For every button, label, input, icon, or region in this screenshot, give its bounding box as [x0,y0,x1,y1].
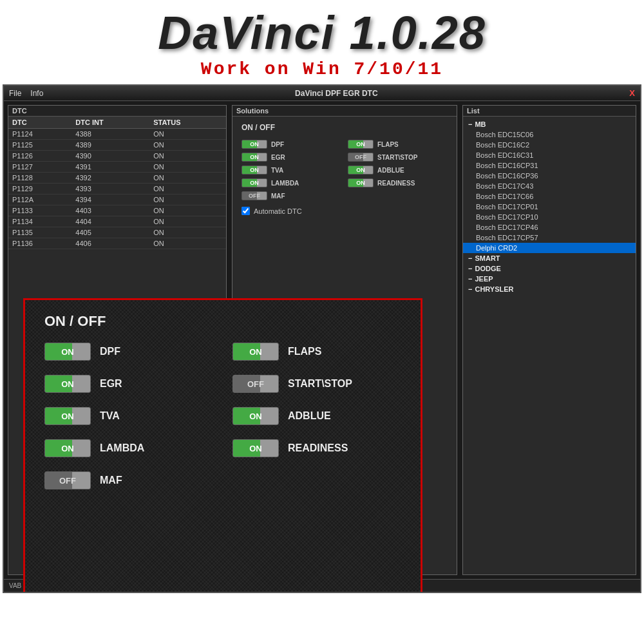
overlay-toggle-maf[interactable]: OFF [44,471,91,489]
table-row[interactable]: P112A4394ON [8,194,226,205]
label-dpf: DPF [271,141,284,148]
overlay-row-readiness: ONREADINESS [232,439,401,457]
overlay-row-egr: ONEGR [44,375,213,393]
overlay-toggle-egr[interactable]: ON [44,375,91,393]
overlay-header: ON / OFF [44,313,401,330]
col-dtc: DTC [8,117,71,129]
toggle-row: ONDPF [242,140,341,149]
overlay-row-adblue: ONADBLUE [232,407,401,425]
menu-bar: File Info [9,89,43,98]
list-item[interactable]: Bosch EDC16CP36 [463,171,636,181]
list-item[interactable]: Bosch EDC17CP01 [463,202,636,212]
list-item[interactable]: Bosch EDC17C66 [463,191,636,202]
toggle-readiness[interactable]: ON [348,178,374,187]
overlay-toggle-readiness[interactable]: ON [232,439,279,457]
overlay-label-lambda: LAMBDA [100,442,171,454]
toggle-maf[interactable]: OFF [242,191,267,200]
table-row[interactable]: P11354405ON [8,227,226,238]
list-item[interactable]: Delphi CRD2 [463,243,636,253]
label-adblue: ADBLUE [377,167,404,174]
list-item[interactable]: Bosch EDC16C2 [463,140,636,150]
table-row[interactable]: P11344404ON [8,216,226,227]
overlay-toggle-adblue[interactable]: ON [232,407,279,425]
overlay-label-adblue: ADBLUE [288,410,359,422]
toggle-start\stop[interactable]: OFF [348,153,374,162]
table-row[interactable]: P11264390ON [8,151,226,162]
auto-dtc-checkbox[interactable] [242,207,250,215]
label-tva: TVA [271,167,283,174]
menu-info[interactable]: Info [30,89,43,98]
overlay-toggle-flaps[interactable]: ON [232,343,279,361]
solutions-header: ON / OFF [242,123,448,135]
label-egr: EGR [271,154,285,161]
list-item[interactable]: Bosch EDC17CP10 [463,212,636,222]
table-row[interactable]: P11284392ON [8,173,226,184]
label-start\stop: START\STOP [377,154,417,161]
label-readiness: READINESS [377,180,415,187]
overlay-row-maf: OFFMAF [44,471,213,489]
label-flaps: FLAPS [377,141,399,148]
list-item[interactable]: Bosch EDC15C06 [463,129,636,140]
overlay-row-lambda: ONLAMBDA [44,439,213,457]
overlay-label-dpf: DPF [100,346,171,357]
auto-dtc-row: Automatic DTC [242,207,448,215]
table-row[interactable]: P11334403ON [8,205,226,216]
overlay-label-egr: EGR [100,378,171,390]
overlay-toggle-dpf[interactable]: ON [44,343,91,361]
overlay-toggle-tva[interactable]: ON [44,407,91,425]
tree-group[interactable]: − DODGE [463,263,636,274]
dtc-table: DTC DTC INT STATUS P11244388ONP11254389O… [8,117,226,249]
col-int: DTC INT [71,117,149,129]
list-panel: List − MBBosch EDC15C06Bosch EDC16C2Bosc… [462,105,636,575]
menu-file[interactable]: File [9,89,21,98]
close-button[interactable]: X [629,88,635,98]
toggle-row: OFFSTART\STOP [348,153,448,162]
list-item[interactable]: Bosch EDC16C31 [463,150,636,160]
table-row[interactable]: P11244388ON [8,129,226,140]
toggle-lambda[interactable]: ON [242,178,267,187]
overlay-label-readiness: READINESS [288,442,359,454]
table-row[interactable]: P11364406ON [8,238,226,249]
tree-group[interactable]: − CHRYSLER [463,284,636,294]
list-item[interactable]: Bosch EDC16CP31 [463,160,636,171]
toggle-flaps[interactable]: ON [348,140,374,149]
overlay-row-dpf: ONDPF [44,343,213,361]
list-tree[interactable]: − MBBosch EDC15C06Bosch EDC16C2Bosch EDC… [463,117,636,574]
overlay-label-maf: MAF [100,475,171,486]
toggle-tva[interactable]: ON [242,166,267,175]
overlay-label-flaps: FLAPS [288,346,359,357]
overlay-popup: ON / OFF ONDPFONFLAPSONEGROFFSTART\STOPO… [23,298,422,593]
app-subtitle: Work on Win 7/10/11 [0,59,644,79]
table-row[interactable]: P11274391ON [8,162,226,173]
toggle-row: ONREADINESS [348,178,448,187]
app-title: DaVinci 1.0.28 [0,6,644,59]
toggle-row: ONFLAPS [348,140,448,149]
list-item[interactable]: Bosch EDC17C43 [463,181,636,191]
label-lambda: LAMBDA [271,180,299,187]
toggle-egr[interactable]: ON [242,153,267,162]
table-row[interactable]: P11254389ON [8,140,226,151]
overlay-toggle-lambda[interactable]: ON [44,439,91,457]
tree-group[interactable]: − SMART [463,253,636,263]
col-status: STATUS [149,117,226,129]
overlay-row-start\stop: OFFSTART\STOP [232,375,401,393]
status-left: VAB [9,582,21,589]
solutions-panel-label: Solutions [232,106,457,117]
toggle-row: ONEGR [242,153,341,162]
auto-dtc-label: Automatic DTC [254,207,302,215]
toggle-row: ONLAMBDA [242,178,341,187]
list-item[interactable]: Bosch EDC17CP57 [463,232,636,243]
toggle-row: ONADBLUE [348,166,448,175]
toggle-dpf[interactable]: ON [242,140,267,149]
list-item[interactable]: Bosch EDC17CP46 [463,222,636,232]
toggle-row: OFFMAF [242,191,341,200]
overlay-row-tva: ONTVA [44,407,213,425]
dtc-panel-label: DTC [8,106,226,117]
overlay-toggle-start\stop[interactable]: OFF [232,375,279,393]
tree-group[interactable]: − MB [463,119,636,129]
list-panel-label: List [463,106,636,117]
tree-group[interactable]: − JEEP [463,274,636,284]
toggle-adblue[interactable]: ON [348,166,374,175]
overlay-row-flaps: ONFLAPS [232,343,401,361]
table-row[interactable]: P11294393ON [8,184,226,194]
